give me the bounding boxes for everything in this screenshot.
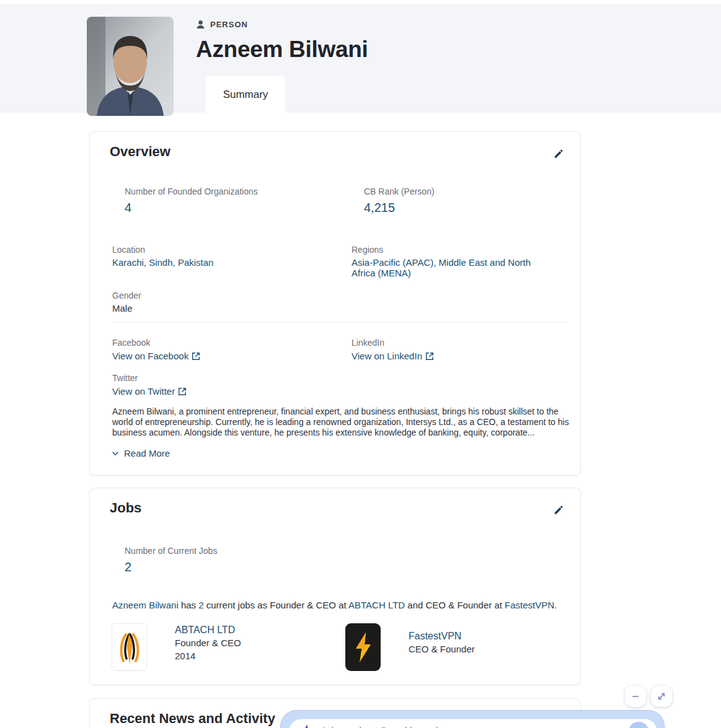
chevron-down-icon — [112, 452, 118, 455]
assistant-input[interactable]: Ask me about Crunchbase data... — [289, 719, 657, 728]
lightning-bolt-icon — [351, 629, 376, 666]
job-start-year: 2014 — [175, 649, 241, 662]
twitter-link[interactable]: View on Twitter — [112, 386, 186, 397]
external-link-icon — [192, 353, 200, 360]
pencil-icon — [553, 504, 564, 515]
field-label: Twitter — [112, 373, 186, 384]
location-link[interactable]: Karachi, Sindh, Pakistan — [112, 257, 213, 268]
field-label: Facebook — [112, 338, 200, 348]
gender-value: Male — [112, 303, 141, 314]
abtach-link[interactable]: ABTACH LTD — [348, 600, 405, 610]
stat-value-link[interactable]: 4 — [125, 201, 131, 215]
profile-photo — [87, 17, 174, 116]
assistant-placeholder-text: Ask me about Crunchbase data... — [321, 725, 459, 728]
stat-value-link[interactable]: 4,215 — [364, 201, 395, 215]
stat-label: Number of Current Jobs — [125, 546, 217, 556]
send-button[interactable] — [628, 722, 649, 728]
read-more-label: Read More — [124, 448, 170, 458]
news-title: Recent News and Activity — [110, 711, 275, 727]
expand-diagonal-icon — [657, 691, 666, 701]
ai-assistant-widget: Ask me about Crunchbase data... — [280, 710, 665, 728]
expand-assistant-button[interactable] — [651, 686, 672, 707]
field-label: Gender — [112, 291, 141, 301]
field-facebook: Facebook View on Facebook — [112, 338, 200, 362]
jobs-section: Jobs Number of Current Jobs 2 Azneem Bil… — [89, 488, 581, 685]
stat-current-jobs: Number of Current Jobs 2 — [125, 546, 217, 574]
section-divider — [112, 322, 568, 322]
overview-title: Overview — [110, 144, 170, 160]
tab-summary-label: Summary — [223, 89, 268, 101]
read-more-button[interactable]: Read More — [112, 448, 170, 458]
field-label: LinkedIn — [352, 338, 433, 348]
job-card-fastestvpn: FastestVPN CEO & Founder — [345, 623, 475, 671]
job-card-abtach: ABTACH LTD Founder & CEO 2014 — [112, 623, 241, 671]
minimize-assistant-button[interactable] — [625, 686, 646, 707]
field-gender: Gender Male — [112, 291, 141, 314]
pencil-icon — [553, 148, 564, 159]
person-description: Azneem Bilwani, a prominent entrepreneur… — [112, 406, 572, 438]
tab-summary[interactable]: Summary — [206, 76, 285, 113]
regions-link[interactable]: Asia-Pacific (APAC), Middle East and Nor… — [352, 257, 556, 278]
portrait-image — [87, 17, 174, 116]
stat-cb-rank: CB Rank (Person) 4,215 — [364, 186, 435, 215]
person-icon — [196, 20, 205, 29]
header-meta: PERSON Azneem Bilwani — [196, 20, 368, 63]
page-title: Azneem Bilwani — [196, 37, 368, 63]
job-role: CEO & Founder — [409, 642, 475, 656]
person-link[interactable]: Azneem Bilwani — [112, 600, 179, 610]
abtach-logo[interactable] — [112, 623, 147, 671]
minus-icon — [630, 691, 640, 701]
fastestvpn-link[interactable]: FastestVPN — [505, 600, 554, 610]
job-card-text: ABTACH LTD Founder & CEO 2014 — [175, 623, 241, 671]
twitter-link-label: View on Twitter — [112, 386, 175, 397]
field-label: Location — [112, 245, 213, 255]
field-regions: Regions Asia-Pacific (APAC), Middle East… — [352, 245, 556, 278]
jobs-edit-button[interactable] — [552, 503, 565, 517]
facebook-link[interactable]: View on Facebook — [112, 351, 200, 361]
stat-value-link[interactable]: 2 — [125, 560, 131, 574]
facebook-link-label: View on Facebook — [112, 351, 188, 361]
stat-label: Number of Founded Organizations — [125, 186, 258, 197]
stat-label: CB Rank (Person) — [364, 186, 435, 197]
jobs-count-link[interactable]: 2 — [198, 600, 203, 610]
field-linkedin: LinkedIn View on LinkedIn — [352, 338, 433, 362]
entity-type-label: PERSON — [210, 20, 248, 29]
overview-section: Overview Number of Founded Organizations… — [89, 131, 581, 476]
external-link-icon — [426, 353, 433, 360]
person-profile-page: { "header": { "type_label": "PERSON", "n… — [0, 0, 721, 728]
job-company-link[interactable]: ABTACH LTD — [175, 623, 241, 636]
stat-founded-organizations: Number of Founded Organizations 4 — [125, 186, 258, 215]
top-navbar-edge — [0, 0, 721, 6]
field-label: Regions — [352, 245, 556, 255]
linkedin-link-label: View on LinkedIn — [352, 351, 422, 361]
job-card-text: FastestVPN CEO & Founder — [409, 629, 475, 671]
jobs-summary-sentence: Azneem Bilwani has 2 current jobs as Fou… — [112, 599, 565, 611]
job-role: Founder & CEO — [175, 636, 241, 649]
linkedin-link[interactable]: View on LinkedIn — [352, 351, 433, 361]
entity-type-row: PERSON — [196, 20, 368, 29]
assistant-spark-icon — [301, 723, 314, 728]
abtach-logo-mark — [116, 629, 143, 666]
fastestvpn-logo[interactable] — [345, 623, 381, 671]
external-link-icon — [179, 388, 186, 395]
job-company-link[interactable]: FastestVPN — [409, 629, 475, 642]
overview-edit-button[interactable] — [552, 147, 565, 160]
jobs-title: Jobs — [110, 500, 141, 516]
field-location: Location Karachi, Sindh, Pakistan — [112, 245, 213, 268]
field-twitter: Twitter View on Twitter — [112, 373, 186, 397]
